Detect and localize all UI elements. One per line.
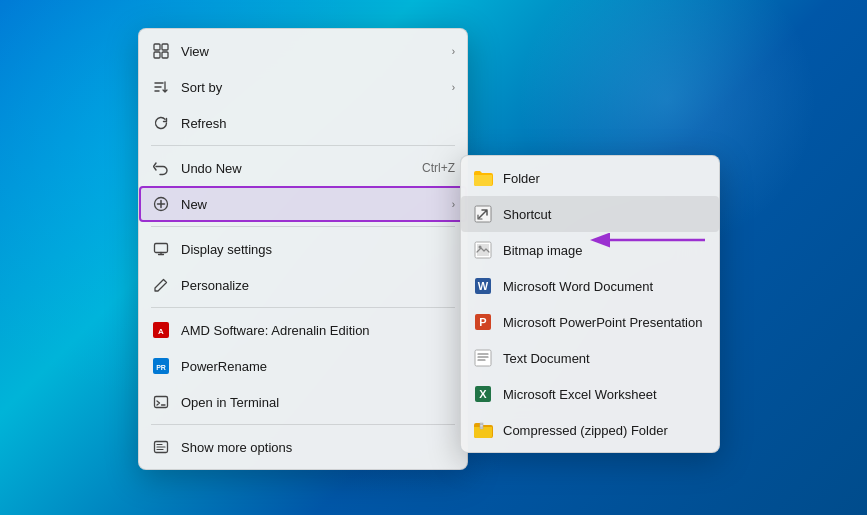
context-menu: View › Sort by › Refresh	[138, 28, 468, 470]
separator-3	[151, 307, 455, 308]
separator-1	[151, 145, 455, 146]
submenu-item-ppt[interactable]: P Microsoft PowerPoint Presentation	[461, 304, 719, 340]
menu-new-label: New	[181, 197, 444, 212]
menu-item-powerrename[interactable]: PR PowerRename	[139, 348, 467, 384]
svg-text:X: X	[479, 388, 487, 400]
submenu-word-label: Microsoft Word Document	[503, 279, 707, 294]
submenu-folder-label: Folder	[503, 171, 707, 186]
menu-display-label: Display settings	[181, 242, 455, 257]
menu-undo-label: Undo New	[181, 161, 422, 176]
svg-point-15	[479, 246, 482, 249]
menu-item-terminal[interactable]: Open in Terminal	[139, 384, 467, 420]
more-icon	[151, 437, 171, 457]
separator-2	[151, 226, 455, 227]
sort-icon	[151, 77, 171, 97]
menu-item-amd[interactable]: A AMD Software: Adrenalin Edition	[139, 312, 467, 348]
refresh-icon	[151, 113, 171, 133]
svg-text:A: A	[158, 327, 164, 336]
svg-text:W: W	[478, 280, 489, 292]
submenu-item-excel[interactable]: X Microsoft Excel Worksheet	[461, 376, 719, 412]
desktop-background: View › Sort by › Refresh	[0, 0, 867, 515]
display-icon	[151, 239, 171, 259]
menu-more-label: Show more options	[181, 440, 455, 455]
text-icon	[473, 348, 493, 368]
menu-sort-label: Sort by	[181, 80, 444, 95]
menu-powerrename-label: PowerRename	[181, 359, 455, 374]
menu-item-sort-by[interactable]: Sort by ›	[139, 69, 467, 105]
svg-rect-10	[155, 397, 168, 408]
terminal-icon	[151, 392, 171, 412]
svg-rect-5	[155, 244, 168, 253]
menu-amd-label: AMD Software: Adrenalin Edition	[181, 323, 455, 338]
svg-text:PR: PR	[156, 364, 166, 371]
svg-rect-25	[480, 427, 483, 429]
submenu-item-zip[interactable]: Compressed (zipped) Folder	[461, 412, 719, 448]
new-submenu: Folder Shortcut	[460, 155, 720, 453]
svg-rect-20	[475, 350, 491, 366]
zip-icon	[473, 420, 493, 440]
ppt-icon: P	[473, 312, 493, 332]
menu-refresh-label: Refresh	[181, 116, 455, 131]
menu-personalize-label: Personalize	[181, 278, 455, 293]
new-arrow-icon: ›	[452, 199, 455, 210]
submenu-shortcut-label: Shortcut	[503, 207, 707, 222]
svg-rect-2	[154, 52, 160, 58]
menu-item-undo[interactable]: Undo New Ctrl+Z	[139, 150, 467, 186]
excel-icon: X	[473, 384, 493, 404]
bitmap-icon	[473, 240, 493, 260]
menu-item-view[interactable]: View ›	[139, 33, 467, 69]
submenu-item-folder[interactable]: Folder	[461, 160, 719, 196]
sort-arrow-icon: ›	[452, 82, 455, 93]
submenu-text-label: Text Document	[503, 351, 707, 366]
view-arrow-icon: ›	[452, 46, 455, 57]
undo-shortcut: Ctrl+Z	[422, 161, 455, 175]
undo-icon	[151, 158, 171, 178]
pencil-icon	[151, 275, 171, 295]
menu-item-display-settings[interactable]: Display settings	[139, 231, 467, 267]
arrow-annotation	[590, 225, 710, 255]
svg-rect-23	[480, 423, 483, 425]
menu-item-new[interactable]: New ›	[139, 186, 467, 222]
svg-rect-24	[480, 425, 483, 427]
menu-terminal-label: Open in Terminal	[181, 395, 455, 410]
submenu-zip-label: Compressed (zipped) Folder	[503, 423, 707, 438]
submenu-item-word[interactable]: W Microsoft Word Document	[461, 268, 719, 304]
shortcut-icon	[473, 204, 493, 224]
menu-item-refresh[interactable]: Refresh	[139, 105, 467, 141]
menu-view-label: View	[181, 44, 444, 59]
separator-4	[151, 424, 455, 425]
amd-icon: A	[151, 320, 171, 340]
menu-item-more-options[interactable]: Show more options	[139, 429, 467, 465]
submenu-item-text[interactable]: Text Document	[461, 340, 719, 376]
svg-rect-1	[162, 44, 168, 50]
folder-icon	[473, 168, 493, 188]
svg-rect-3	[162, 52, 168, 58]
menu-item-personalize[interactable]: Personalize	[139, 267, 467, 303]
submenu-excel-label: Microsoft Excel Worksheet	[503, 387, 707, 402]
grid-icon	[151, 41, 171, 61]
svg-rect-0	[154, 44, 160, 50]
powerrename-icon: PR	[151, 356, 171, 376]
word-icon: W	[473, 276, 493, 296]
svg-text:P: P	[479, 316, 486, 328]
new-icon	[151, 194, 171, 214]
submenu-ppt-label: Microsoft PowerPoint Presentation	[503, 315, 707, 330]
